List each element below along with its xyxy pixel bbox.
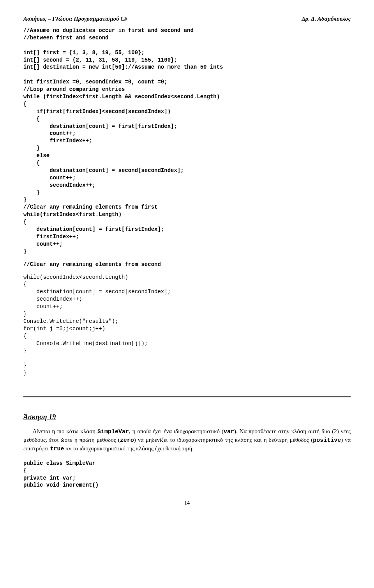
mono-zero: zero	[120, 437, 134, 444]
section-divider	[23, 396, 351, 397]
text-p1: , η οποία έχει ένα ιδιοχαρακτηριστικό (	[129, 428, 224, 434]
mono-true: true	[50, 446, 64, 452]
page-number: 14	[23, 500, 351, 506]
text-p5: αν το ιδιοχαρακτηριστικό της κλάσης έχει…	[64, 445, 194, 452]
mono-positive: positive	[313, 437, 341, 444]
code-block-4: public class SimpleVar { private int var…	[23, 460, 351, 489]
page-header: Ασκήσεις – Γλώσσα Προγραμματισμού C# Δρ.…	[23, 16, 351, 22]
header-left: Ασκήσεις – Γλώσσα Προγραμματισμού C#	[23, 16, 127, 22]
mono-var: var	[224, 429, 234, 435]
mono-simplevar: SimpleVar	[97, 429, 129, 435]
text-lead: Δίνεται η πιο κάτω κλάση	[33, 428, 97, 434]
exercise-title: Άσκηση 19	[23, 413, 351, 421]
code-block-1: //Assume no duplicates occur in first an…	[23, 27, 351, 255]
code-block-3: while(secondIndex<second.Length) { desti…	[23, 274, 351, 377]
header-right: Δρ. Δ. Αδαμόπουλος	[302, 16, 351, 22]
code-block-2: //Clear any remaining elements from seco…	[23, 261, 351, 268]
exercise-body: Δίνεται η πιο κάτω κλάση SimpleVar, η οπ…	[23, 427, 351, 453]
text-p3: ) να μηδενίζει το ιδιοχαρακτηριστικό της…	[134, 437, 313, 443]
